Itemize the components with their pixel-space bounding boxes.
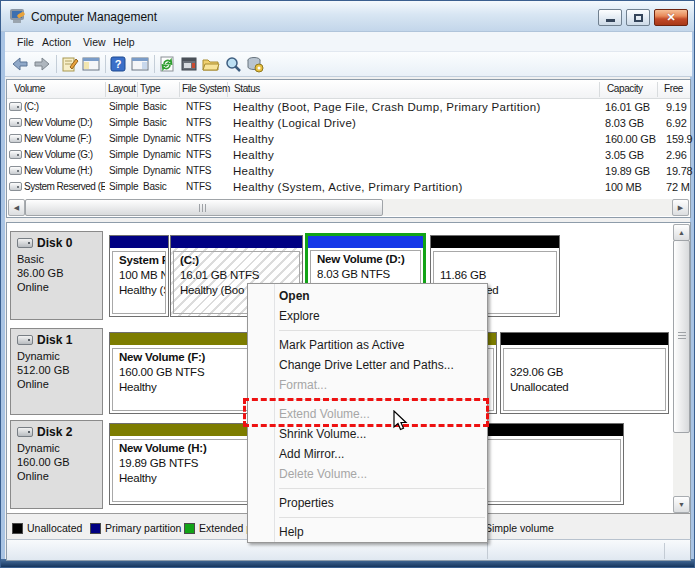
export-list-icon[interactable]	[61, 55, 79, 73]
annotation-highlight-extend-volume	[243, 398, 489, 427]
unallocated-disk1[interactable]: 329.06 GBUnallocated	[500, 332, 669, 414]
disk-properties-icon[interactable]	[180, 55, 198, 73]
console-tree-icon[interactable]	[82, 55, 100, 73]
scrollbar-thumb[interactable]	[25, 199, 383, 216]
disk-icon	[17, 427, 33, 437]
toolbar: ?	[5, 52, 692, 77]
open-folder-icon[interactable]	[202, 55, 220, 73]
scroll-up-button[interactable]: ▲	[673, 224, 690, 241]
back-icon[interactable]	[11, 55, 29, 73]
menu-item-open[interactable]: Open	[248, 286, 487, 306]
drive-icon	[9, 118, 22, 127]
disk-icon	[17, 335, 33, 345]
disk0-panel[interactable]: Disk 0 Basic 36.00 GB Online	[10, 231, 103, 320]
disk1-panel[interactable]: Disk 1 Dynamic 512.00 GB Online	[10, 328, 103, 415]
disk-label: Disk 0	[37, 236, 72, 250]
search-icon[interactable]	[224, 55, 242, 73]
scrollbar-thumb[interactable]	[673, 240, 690, 433]
volume-list-panel: Volume Layout Type File System Status Ca…	[6, 79, 691, 218]
disk2-panel[interactable]: Disk 2 Dynamic 160.00 GB Online	[10, 420, 103, 509]
mouse-cursor	[393, 410, 409, 432]
volume-row-h[interactable]: New Volume (H:)SimpleDynamicNTFSHealthy1…	[7, 163, 690, 179]
action-pane-icon[interactable]	[131, 55, 149, 73]
drive-icon	[9, 166, 22, 175]
drive-icon	[9, 102, 22, 111]
help-icon[interactable]: ?	[109, 55, 127, 73]
horizontal-scrollbar[interactable]: ◀ ▶	[8, 199, 689, 216]
col-capacity[interactable]: Capacity	[607, 83, 643, 94]
minimize-button[interactable]	[598, 9, 622, 26]
menu-action[interactable]: Action	[42, 36, 71, 48]
scroll-left-button[interactable]: ◀	[8, 199, 25, 216]
legend-swatch-extended	[184, 523, 195, 534]
disk-label: Disk 2	[37, 425, 72, 439]
menu-separator	[279, 488, 485, 489]
menu-view[interactable]: View	[83, 36, 106, 48]
menu-item-change-drive-letter[interactable]: Change Drive Letter and Paths...	[248, 355, 487, 375]
legend-label-simple: Simple volume	[485, 522, 554, 534]
forward-icon[interactable]	[33, 55, 51, 73]
col-layout[interactable]: Layout	[108, 83, 136, 94]
computer-management-icon	[10, 9, 26, 24]
volume-row-d[interactable]: New Volume (D:)SimpleBasicNTFSHealthy (L…	[7, 115, 690, 131]
title-bar[interactable]: Computer Management ✕	[1, 1, 694, 32]
menu-separator	[279, 517, 485, 518]
legend-swatch-primary	[90, 523, 101, 534]
legend-swatch-unallocated	[12, 523, 23, 534]
menu-file[interactable]: File	[17, 36, 34, 48]
volume-list-header[interactable]: Volume Layout Type File System Status Ca…	[7, 80, 690, 99]
drive-icon	[9, 134, 22, 143]
menu-item-properties[interactable]: Properties	[248, 493, 487, 513]
col-free[interactable]: Free	[664, 83, 683, 94]
col-file-system[interactable]: File System	[182, 83, 230, 94]
col-volume[interactable]: Volume	[14, 83, 45, 94]
col-type[interactable]: Type	[140, 83, 160, 94]
volume-row-e[interactable]: System Reserved (E:)SimpleBasicNTFS100 M…	[7, 179, 690, 195]
drive-icon	[9, 150, 22, 159]
window-title: Computer Management	[31, 10, 157, 24]
maximize-button[interactable]	[626, 9, 650, 26]
col-status[interactable]: Status	[234, 83, 260, 94]
window-frame-left	[1, 32, 5, 561]
menu-item-format[interactable]: Format...	[248, 375, 487, 395]
disk-settings-icon[interactable]	[246, 55, 264, 73]
menu-item-add-mirror[interactable]: Add Mirror...	[248, 444, 487, 464]
volume-row-f[interactable]: New Volume (F:)SimpleDynamicNTFSHealthy1…	[7, 131, 690, 147]
disk-icon	[17, 238, 33, 248]
volume-row-c[interactable]: (C:)SimpleBasicNTFSHealthy (Boot, Page F…	[7, 99, 690, 115]
partition-system-reserved[interactable]: System R100 MB NHealthy (S	[109, 235, 169, 317]
menu-item-mark-partition-active[interactable]: Mark Partition as Active	[248, 335, 487, 355]
scroll-down-button[interactable]: ▼	[673, 496, 690, 513]
volume-row-g[interactable]: New Volume (G:)SimpleDynamicNTFSHealthy3…	[7, 147, 690, 163]
menu-item-explore[interactable]: Explore	[248, 306, 487, 326]
scroll-right-button[interactable]: ▶	[672, 199, 689, 216]
disk-label: Disk 1	[37, 333, 72, 347]
legend-label-unallocated: Unallocated	[27, 522, 82, 534]
menu-separator	[279, 330, 485, 331]
drive-icon	[9, 182, 22, 191]
vertical-scrollbar[interactable]: ▲ ▼	[673, 224, 690, 513]
menu-item-delete-volume[interactable]: Delete Volume...	[248, 464, 487, 484]
menu-item-help[interactable]: Help	[248, 522, 487, 542]
menu-item-shrink-volume[interactable]: Shrink Volume...	[248, 424, 487, 444]
close-button[interactable]: ✕	[654, 9, 688, 26]
refresh-icon[interactable]	[158, 55, 176, 73]
svg-text:?: ?	[115, 58, 122, 70]
legend-label-primary: Primary partition	[105, 522, 181, 534]
menu-help[interactable]: Help	[113, 36, 135, 48]
menu-bar: File Action View Help	[5, 32, 692, 52]
